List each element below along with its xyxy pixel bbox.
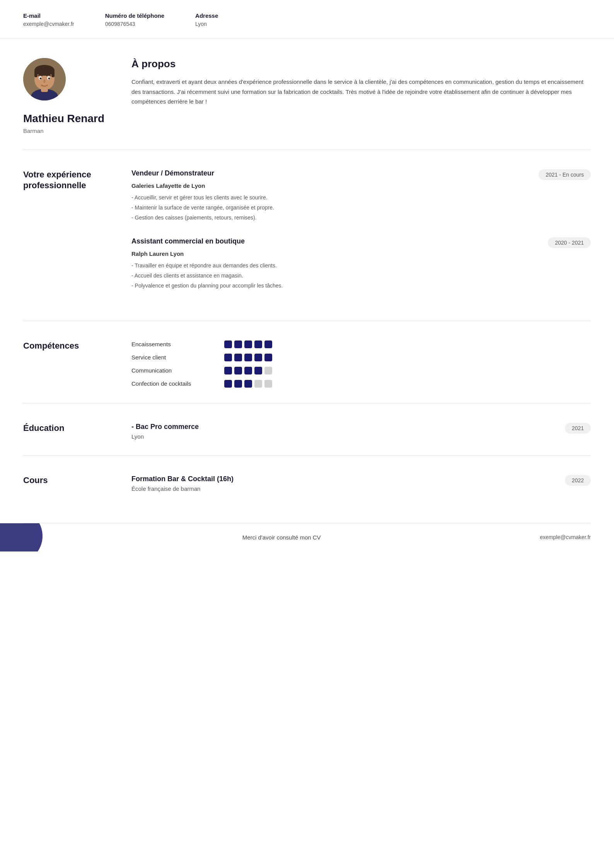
job-date-1: 2021 - En cours <box>539 169 591 180</box>
education-body: - Bac Pro commerce Lyon 2021 <box>131 423 591 440</box>
job-company-2: Ralph Lauren Lyon <box>131 250 591 257</box>
courses-body: Formation Bar & Cocktail (16h) École fra… <box>131 475 591 492</box>
course-entry-0: Formation Bar & Cocktail (16h) École fra… <box>131 475 591 492</box>
dot-3-1 <box>224 380 232 388</box>
bullet-1-1: - Accueillir, servir et gérer tous les c… <box>131 194 591 202</box>
dot-2-2 <box>234 367 242 374</box>
job-header-1: Vendeur / Démonstrateur 2021 - En cours <box>131 169 591 180</box>
skills-section: Compétences Encaissements Service client <box>23 321 591 403</box>
bullet-2-3: - Polyvalence et gestion du planning pou… <box>131 282 591 290</box>
bullet-2-2: - Accueil des clients et assistance en m… <box>131 272 591 280</box>
svg-point-9 <box>40 78 42 80</box>
address-label: Adresse <box>195 12 218 19</box>
skill-row-3: Confection de cocktails <box>131 380 591 388</box>
footer: Merci d'avoir consulté mon CV exemple@cv… <box>0 523 614 551</box>
phone-field: Numéro de téléphone 0609876543 <box>105 12 164 27</box>
dot-2-3 <box>244 367 252 374</box>
edu-location-0: Lyon <box>131 433 199 440</box>
profile-section: Mathieu Renard Barman À propos Confiant,… <box>23 39 591 150</box>
dot-3-3 <box>244 380 252 388</box>
dot-1-1 <box>224 354 232 361</box>
bullet-1-3: - Gestion des caisses (paiements, retour… <box>131 214 591 222</box>
profile-left: Mathieu Renard Barman <box>23 58 108 134</box>
about-text: Confiant, extraverti et ayant deux année… <box>131 77 591 107</box>
email-field: E-mail exemple@cvmaker.fr <box>23 12 74 27</box>
svg-point-10 <box>48 78 50 80</box>
email-value: exemple@cvmaker.fr <box>23 21 74 27</box>
skill-name-3: Confection de cocktails <box>131 380 217 387</box>
job-company-1: Galeries Lafayette de Lyon <box>131 182 591 189</box>
courses-section: Cours Formation Bar & Cocktail (16h) Éco… <box>23 456 591 523</box>
job-title-1: Vendeur / Démonstrateur <box>131 169 214 177</box>
dot-0-4 <box>254 340 262 348</box>
job-entry-1: Vendeur / Démonstrateur 2021 - En cours … <box>131 169 591 222</box>
skills-body: Encaissements Service client <box>131 340 591 388</box>
address-value: Lyon <box>195 21 207 27</box>
job-header-2: Assistant commercial en boutique 2020 - … <box>131 237 591 248</box>
dot-1-3 <box>244 354 252 361</box>
avatar <box>23 58 66 100</box>
job-title-2: Assistant commercial en boutique <box>131 237 245 245</box>
skill-dots-1 <box>224 354 272 361</box>
education-section: Éducation - Bac Pro commerce Lyon 2021 <box>23 403 591 456</box>
skill-row-0: Encaissements <box>131 340 591 348</box>
skill-name-2: Communication <box>131 367 217 374</box>
header-bar: E-mail exemple@cvmaker.fr Numéro de télé… <box>0 0 614 39</box>
dot-2-4 <box>254 367 262 374</box>
profile-name: Mathieu Renard <box>23 112 104 125</box>
bullet-2-1: - Travailler en équipe et répondre aux d… <box>131 262 591 270</box>
dot-1-4 <box>254 354 262 361</box>
dot-0-3 <box>244 340 252 348</box>
course-title-0: Formation Bar & Cocktail (16h) <box>131 475 234 483</box>
skill-name-0: Encaissements <box>131 341 217 347</box>
address-field: Adresse Lyon <box>195 12 218 27</box>
job-bullets-1: - Accueillir, servir et gérer tous les c… <box>131 194 591 222</box>
experience-body: Vendeur / Démonstrateur 2021 - En cours … <box>131 169 591 305</box>
dot-1-5 <box>264 354 272 361</box>
dot-0-5 <box>264 340 272 348</box>
skills-label: Compétences <box>23 340 108 388</box>
profile-title: Barman <box>23 128 44 134</box>
dot-0-1 <box>224 340 232 348</box>
edu-date-0: 2021 <box>565 423 591 434</box>
edu-entry-0: - Bac Pro commerce Lyon 2021 <box>131 423 591 440</box>
phone-label: Numéro de téléphone <box>105 12 164 19</box>
skill-name-1: Service client <box>131 354 217 361</box>
course-details-0: Formation Bar & Cocktail (16h) École fra… <box>131 475 234 492</box>
job-bullets-2: - Travailler en équipe et répondre aux d… <box>131 262 591 290</box>
experience-section: Votre expérience professionnelle Vendeur… <box>23 150 591 321</box>
edu-degree-0: - Bac Pro commerce <box>131 423 199 431</box>
course-date-0: 2022 <box>565 475 591 486</box>
job-entry-2: Assistant commercial en boutique 2020 - … <box>131 237 591 290</box>
profile-right: À propos Confiant, extraverti et ayant d… <box>131 58 591 134</box>
skill-dots-2 <box>224 367 272 374</box>
dot-2-1 <box>224 367 232 374</box>
dot-1-2 <box>234 354 242 361</box>
skill-dots-0 <box>224 340 272 348</box>
skill-row-2: Communication <box>131 367 591 374</box>
email-label: E-mail <box>23 12 74 19</box>
svg-rect-5 <box>34 70 38 77</box>
skill-row-1: Service client <box>131 354 591 361</box>
footer-email: exemple@cvmaker.fr <box>540 534 591 540</box>
dot-3-4 <box>254 380 262 388</box>
dot-3-2 <box>234 380 242 388</box>
course-school-0: École française de barman <box>131 485 234 492</box>
bullet-1-2: - Maintenir la surface de vente rangée, … <box>131 204 591 212</box>
footer-text: Merci d'avoir consulté mon CV <box>242 534 321 541</box>
dot-2-5 <box>264 367 272 374</box>
svg-rect-6 <box>51 70 55 77</box>
main-content: Mathieu Renard Barman À propos Confiant,… <box>0 39 614 523</box>
dot-0-2 <box>234 340 242 348</box>
edu-body-0: - Bac Pro commerce Lyon <box>131 423 199 440</box>
dot-3-5 <box>264 380 272 388</box>
skills-grid: Encaissements Service client <box>131 340 591 388</box>
education-label: Éducation <box>23 423 108 440</box>
skill-dots-3 <box>224 380 272 388</box>
footer-circle-decoration <box>0 523 43 551</box>
about-title: À propos <box>131 58 591 70</box>
courses-label: Cours <box>23 475 108 492</box>
job-date-2: 2020 - 2021 <box>548 237 591 248</box>
experience-label: Votre expérience professionnelle <box>23 169 108 305</box>
phone-value: 0609876543 <box>105 21 135 27</box>
